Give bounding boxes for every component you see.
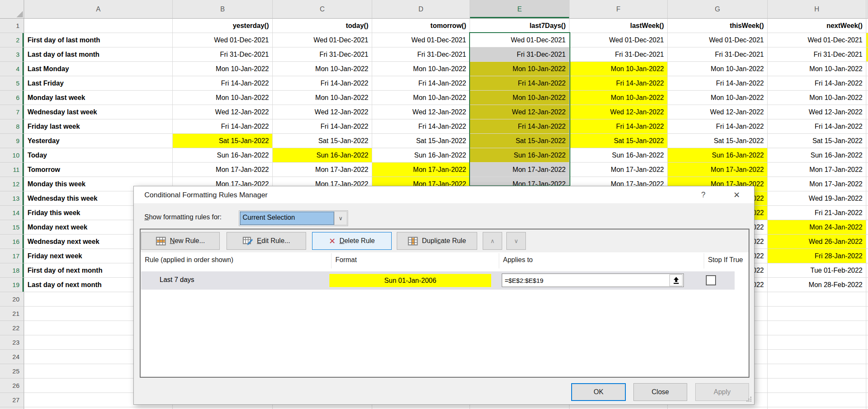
row-header-15[interactable]: 15 <box>0 220 24 235</box>
ok-button[interactable]: OK <box>571 383 626 401</box>
row-label-cell[interactable]: Friday last week <box>24 119 173 134</box>
partial-cell[interactable] <box>866 119 868 134</box>
cell[interactable]: Mon 17-Jan-2022 <box>470 163 569 177</box>
partial-cell[interactable] <box>866 33 868 47</box>
cell[interactable]: Sun 16-Jan-2022 <box>173 148 273 163</box>
row-header-25[interactable]: 25 <box>0 364 24 379</box>
cell[interactable]: Wed 12-Jan-2022 <box>569 105 668 119</box>
cell[interactable]: Mon 10-Jan-2022 <box>768 62 866 76</box>
cell[interactable] <box>768 292 866 307</box>
cell[interactable]: Mon 10-Jan-2022 <box>273 62 372 76</box>
cell[interactable]: Wed 26-Jan-2022 <box>768 235 866 249</box>
cell[interactable]: Wed 01-Dec-2021 <box>273 33 372 47</box>
show-rules-dropdown-value[interactable]: Current Selection <box>240 211 334 225</box>
cell[interactable]: Mon 10-Jan-2022 <box>372 62 470 76</box>
row-header-20[interactable]: 20 <box>0 292 24 307</box>
move-rule-down-button[interactable]: ∨ <box>506 232 526 250</box>
column-header-f[interactable]: F <box>569 0 668 19</box>
cell[interactable]: Mon 17-Jan-2022 <box>372 163 470 177</box>
cell[interactable] <box>768 364 866 379</box>
cell[interactable]: Mon 10-Jan-2022 <box>668 91 768 105</box>
cell[interactable]: Fri 14-Jan-2022 <box>668 76 768 91</box>
row-header-4[interactable]: 4 <box>0 62 24 76</box>
cell[interactable]: Mon 17-Jan-2022 <box>273 163 372 177</box>
cell[interactable]: Mon 10-Jan-2022 <box>470 91 569 105</box>
function-header-cell[interactable]: tomorrow() <box>372 19 470 33</box>
partial-cell[interactable] <box>866 292 868 307</box>
cell[interactable]: Fri 14-Jan-2022 <box>668 119 768 134</box>
cell[interactable]: Mon 10-Jan-2022 <box>173 91 273 105</box>
close-icon[interactable]: ✕ <box>729 190 744 200</box>
partial-cell[interactable] <box>866 235 868 249</box>
cell[interactable]: Fri 14-Jan-2022 <box>569 76 668 91</box>
cell[interactable]: Fri 14-Jan-2022 <box>173 119 273 134</box>
partial-cell[interactable] <box>866 19 868 33</box>
cell[interactable]: Wed 12-Jan-2022 <box>768 105 866 119</box>
column-header-e[interactable]: E <box>470 0 569 19</box>
function-header-cell[interactable]: last7Days() <box>470 19 569 33</box>
row-header-12[interactable]: 12 <box>0 177 24 191</box>
cell[interactable]: Sun 16-Jan-2022 <box>372 148 470 163</box>
partial-cell[interactable] <box>866 350 868 364</box>
partial-cell[interactable] <box>866 47 868 62</box>
row-label-cell[interactable]: Last day of last month <box>24 47 173 62</box>
cell[interactable]: Sat 15-Jan-2022 <box>372 134 470 148</box>
row-label-cell[interactable]: Tomorrow <box>24 163 173 177</box>
function-header-cell[interactable]: lastWeek() <box>569 19 668 33</box>
row-header-18[interactable]: 18 <box>0 263 24 278</box>
row-label-cell[interactable]: Wednesday last week <box>24 105 173 119</box>
cell[interactable]: Fri 31-Dec-2021 <box>569 47 668 62</box>
row-header-3[interactable]: 3 <box>0 47 24 62</box>
partial-cell[interactable] <box>866 105 868 119</box>
cell[interactable]: Sun 16-Jan-2022 <box>668 148 768 163</box>
cell[interactable]: Mon 10-Jan-2022 <box>768 91 866 105</box>
help-icon[interactable]: ? <box>696 191 710 201</box>
row-header-24[interactable]: 24 <box>0 350 24 364</box>
row-header-8[interactable]: 8 <box>0 119 24 134</box>
stop-if-true-checkbox[interactable] <box>706 275 716 285</box>
partial-cell[interactable] <box>866 364 868 379</box>
cell[interactable] <box>372 407 470 409</box>
row-header-28[interactable] <box>0 407 24 409</box>
column-header-h[interactable]: H <box>768 0 866 19</box>
cell[interactable]: Fri 21-Jan-2022 <box>768 206 866 220</box>
cell[interactable]: Fri 31-Dec-2021 <box>173 47 273 62</box>
column-header-b[interactable]: B <box>173 0 273 19</box>
row-label-cell[interactable] <box>24 19 173 33</box>
cell[interactable]: Wed 01-Dec-2021 <box>372 33 470 47</box>
show-rules-dropdown[interactable]: Current Selection ∨ <box>239 210 348 226</box>
row-header-21[interactable]: 21 <box>0 307 24 321</box>
cell[interactable]: Fri 14-Jan-2022 <box>470 119 569 134</box>
cell[interactable]: Wed 12-Jan-2022 <box>372 105 470 119</box>
row-label-cell[interactable]: First day of last month <box>24 33 173 47</box>
function-header-cell[interactable]: today() <box>273 19 372 33</box>
cell[interactable]: Fri 14-Jan-2022 <box>173 76 273 91</box>
cell[interactable]: Wed 12-Jan-2022 <box>273 105 372 119</box>
cell[interactable] <box>273 407 372 409</box>
duplicate-rule-button[interactable]: Duplicate Rule <box>397 232 477 250</box>
cell[interactable]: Fri 14-Jan-2022 <box>768 76 866 91</box>
cell[interactable]: Mon 17-Jan-2022 <box>569 163 668 177</box>
row-header-16[interactable]: 16 <box>0 235 24 249</box>
cell[interactable]: Sun 16-Jan-2022 <box>470 148 569 163</box>
cell[interactable]: Wed 12-Jan-2022 <box>668 105 768 119</box>
cell[interactable]: Sat 15-Jan-2022 <box>273 134 372 148</box>
cell[interactable]: Sat 15-Jan-2022 <box>173 134 273 148</box>
row-header-13[interactable]: 13 <box>0 191 24 206</box>
active-cell[interactable]: Wed 01-Dec-2021 <box>470 33 569 47</box>
row-header-27[interactable]: 27 <box>0 393 24 407</box>
row-header-17[interactable]: 17 <box>0 249 24 263</box>
row-header-6[interactable]: 6 <box>0 91 24 105</box>
cell[interactable]: Fri 31-Dec-2021 <box>273 47 372 62</box>
new-rule-button[interactable]: New Rule... <box>141 232 220 250</box>
cell[interactable]: Tue 01-Feb-2022 <box>768 263 866 278</box>
cell[interactable]: Sun 16-Jan-2022 <box>273 148 372 163</box>
close-button[interactable]: Close <box>633 383 687 401</box>
column-header-i[interactable] <box>866 0 868 19</box>
cell[interactable]: Mon 10-Jan-2022 <box>372 91 470 105</box>
resize-grip-icon[interactable] <box>746 396 752 402</box>
cell[interactable]: Mon 10-Jan-2022 <box>273 91 372 105</box>
select-all-corner[interactable] <box>0 0 24 19</box>
partial-cell[interactable] <box>866 76 868 91</box>
applies-to-input[interactable] <box>502 274 684 287</box>
